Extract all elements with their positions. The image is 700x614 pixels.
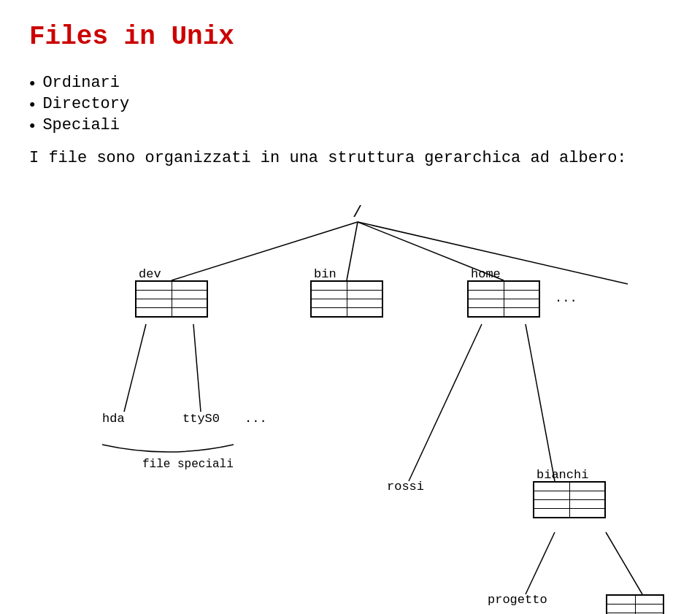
svg-line-4 [124,324,146,412]
a-dir-box [606,594,664,614]
progetto-label: progetto [488,593,547,607]
rossi-label: rossi [387,480,424,494]
dev-label: dev [139,267,161,281]
page-title: Files in Unix [29,22,671,52]
ellipsis2-label: ... [245,412,267,426]
bin-label: bin [314,267,336,281]
bianchi-dir-box [533,481,606,518]
ttys0-label: ttyS0 [182,412,220,426]
svg-line-5 [193,324,201,412]
dev-dir-box [135,280,208,318]
svg-line-9 [606,532,642,594]
svg-line-6 [409,324,482,481]
bullet-directory: Directory [29,95,671,113]
root-node: / [353,204,362,222]
bullet-ordinari: Ordinari [29,74,671,92]
bin-dir-box [310,280,383,318]
ellipsis1-label: ... [555,291,577,305]
bullet-list: Ordinari Directory Speciali [29,74,671,134]
file-speciali-label: file speciali [142,458,234,471]
hda-label: hda [102,412,125,426]
home-dir-box [467,280,540,318]
tree-lines [29,196,686,614]
bianchi-label: bianchi [536,468,588,482]
home-label: home [471,267,501,281]
tree-diagram: / dev bin home ... hda ttyS0 [29,196,686,614]
bullet-speciali: Speciali [29,116,671,134]
svg-line-7 [526,324,555,481]
description-text: I file sono organizzati in una struttura… [29,149,671,167]
svg-line-8 [526,532,555,594]
svg-line-1 [347,222,358,280]
